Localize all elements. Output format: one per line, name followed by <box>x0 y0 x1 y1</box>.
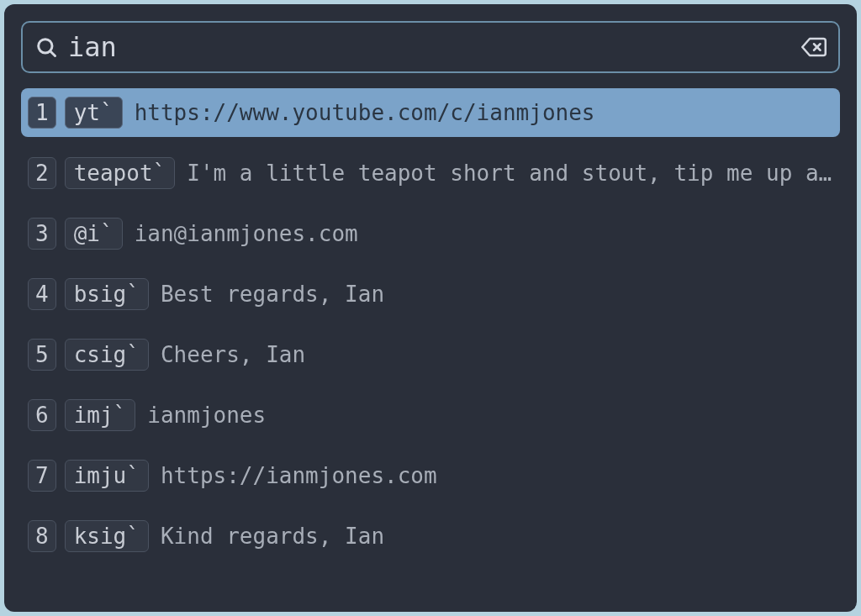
result-item[interactable]: 3 @i` ian@ianmjones.com <box>21 209 840 258</box>
result-key: imj` <box>65 399 136 431</box>
result-item[interactable]: 8 ksig` Kind regards, Ian <box>21 512 840 561</box>
result-key: @i` <box>65 218 123 250</box>
result-text: ian@ianmjones.com <box>135 221 358 246</box>
result-index: 8 <box>28 520 56 552</box>
result-index: 4 <box>28 278 56 310</box>
result-item[interactable]: 6 imj` ianmjones <box>21 391 840 440</box>
results-list: 1 yt` https://www.youtube.com/c/ianmjone… <box>21 88 840 572</box>
result-text: Best regards, Ian <box>161 282 384 307</box>
result-index: 6 <box>28 399 56 431</box>
search-icon <box>34 35 58 59</box>
svg-line-1 <box>50 51 55 56</box>
result-index: 2 <box>28 157 56 189</box>
result-index: 5 <box>28 339 56 371</box>
result-text: Kind regards, Ian <box>161 524 384 549</box>
result-item[interactable]: 7 imju` https://ianmjones.com <box>21 451 840 500</box>
result-item[interactable]: 5 csig` Cheers, Ian <box>21 330 840 379</box>
result-key: imju` <box>65 460 149 492</box>
result-index: 3 <box>28 218 56 250</box>
result-text: https://ianmjones.com <box>161 463 437 488</box>
app-window: 1 yt` https://www.youtube.com/c/ianmjone… <box>4 4 857 612</box>
result-item[interactable]: 2 teapot` I'm a little teapot short and … <box>21 149 840 197</box>
search-bar[interactable] <box>21 21 840 73</box>
result-key: yt` <box>65 97 123 129</box>
result-text: I'm a little teapot short and stout, tip… <box>187 161 833 186</box>
result-index: 7 <box>28 460 56 492</box>
search-input[interactable] <box>68 31 801 63</box>
result-item[interactable]: 4 bsig` Best regards, Ian <box>21 270 840 319</box>
result-text: Cheers, Ian <box>161 342 305 367</box>
result-text: ianmjones <box>147 403 266 428</box>
result-index: 1 <box>28 97 56 129</box>
result-key: teapot` <box>65 157 176 189</box>
backspace-icon[interactable] <box>801 34 827 60</box>
result-key: bsig` <box>65 278 149 310</box>
result-item[interactable]: 1 yt` https://www.youtube.com/c/ianmjone… <box>21 88 840 137</box>
result-text: https://www.youtube.com/c/ianmjones <box>135 100 595 125</box>
result-key: ksig` <box>65 520 149 552</box>
result-key: csig` <box>65 339 149 371</box>
